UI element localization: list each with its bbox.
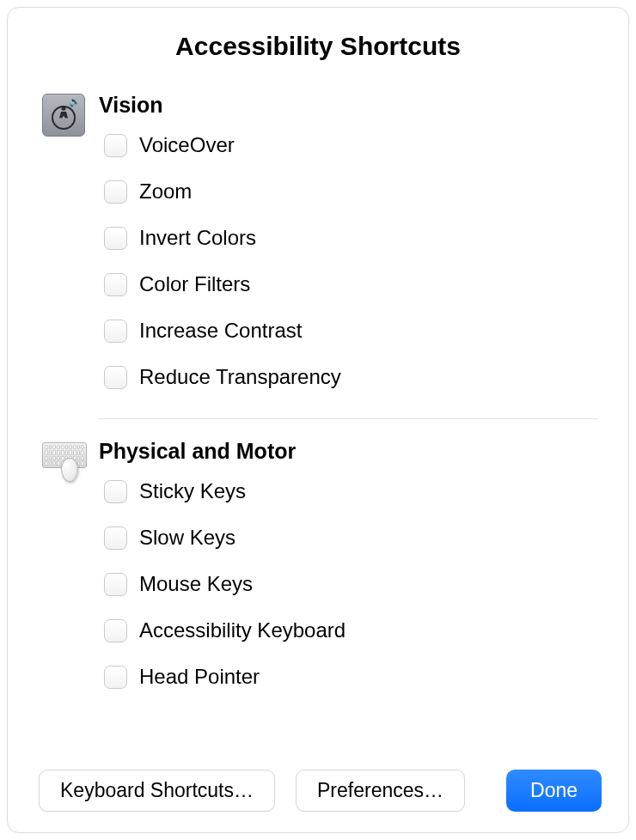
label-invert-colors: Invert Colors <box>139 226 256 250</box>
checkbox-accessibility-keyboard[interactable] <box>104 619 127 642</box>
option-mouse-keys: Mouse Keys <box>104 572 597 596</box>
option-sticky-keys: Sticky Keys <box>104 479 597 503</box>
checkbox-slow-keys[interactable] <box>104 527 127 550</box>
section-physical-motor: Physical and Motor Sticky Keys Slow Keys… <box>42 438 597 711</box>
checkbox-voiceover[interactable] <box>104 134 127 157</box>
option-accessibility-keyboard: Accessibility Keyboard <box>104 618 597 642</box>
label-sticky-keys: Sticky Keys <box>139 479 246 503</box>
label-accessibility-keyboard: Accessibility Keyboard <box>139 618 346 642</box>
label-zoom: Zoom <box>139 180 192 204</box>
checkbox-invert-colors[interactable] <box>104 227 127 250</box>
checkbox-color-filters[interactable] <box>104 273 127 296</box>
keyboard-shortcuts-button[interactable]: Keyboard Shortcuts… <box>39 770 275 812</box>
checkbox-increase-contrast[interactable] <box>104 320 127 343</box>
label-head-pointer: Head Pointer <box>139 665 260 689</box>
panel-title: Accessibility Shortcuts <box>39 32 597 61</box>
label-mouse-keys: Mouse Keys <box>139 572 253 596</box>
option-reduce-transparency: Reduce Transparency <box>104 365 597 389</box>
section-divider <box>99 418 597 419</box>
checkbox-reduce-transparency[interactable] <box>104 366 127 389</box>
label-color-filters: Color Filters <box>139 272 250 296</box>
option-voiceover: VoiceOver <box>104 133 597 157</box>
done-button[interactable]: Done <box>506 770 602 812</box>
preferences-button[interactable]: Preferences… <box>296 770 465 812</box>
option-invert-colors: Invert Colors <box>104 226 597 250</box>
label-voiceover: VoiceOver <box>139 133 235 157</box>
option-head-pointer: Head Pointer <box>104 665 597 689</box>
option-zoom: Zoom <box>104 180 597 204</box>
section-heading-physical-motor: Physical and Motor <box>99 438 597 464</box>
label-reduce-transparency: Reduce Transparency <box>139 365 341 389</box>
checkbox-sticky-keys[interactable] <box>104 480 127 503</box>
checkbox-head-pointer[interactable] <box>104 666 127 689</box>
label-increase-contrast: Increase Contrast <box>139 319 302 343</box>
footer-buttons: Keyboard Shortcuts… Preferences… Done <box>39 770 597 812</box>
accessibility-shortcuts-panel: Accessibility Shortcuts 🔊 Vision VoiceOv… <box>7 7 629 833</box>
accessibility-vision-icon: 🔊 <box>42 94 85 137</box>
option-slow-keys: Slow Keys <box>104 526 597 550</box>
section-heading-vision: Vision <box>99 92 597 118</box>
section-vision: 🔊 Vision VoiceOver Zoom <box>42 92 597 411</box>
keyboard-mouse-icon <box>42 440 85 483</box>
label-slow-keys: Slow Keys <box>139 526 235 550</box>
option-increase-contrast: Increase Contrast <box>104 319 597 343</box>
checkbox-mouse-keys[interactable] <box>104 573 127 596</box>
content-area: 🔊 Vision VoiceOver Zoom <box>39 92 597 759</box>
checkbox-zoom[interactable] <box>104 180 127 204</box>
option-color-filters: Color Filters <box>104 272 597 296</box>
